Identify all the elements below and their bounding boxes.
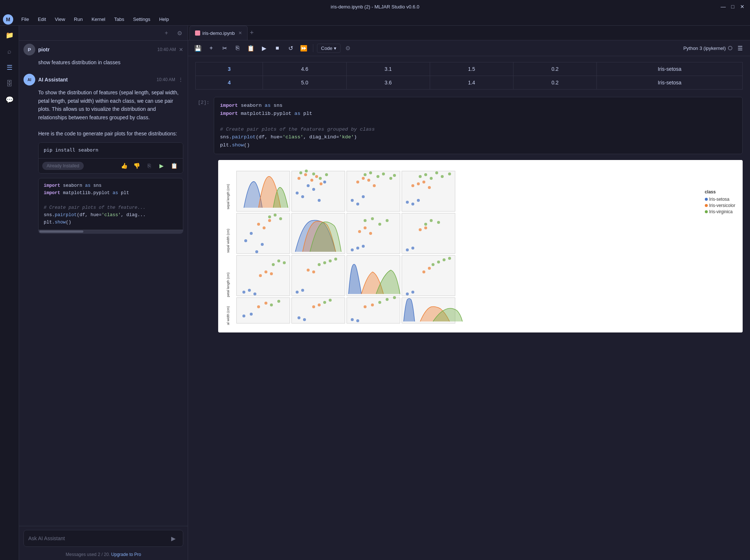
svg-point-92 bbox=[296, 291, 299, 294]
legend-item-versicolor: Iris-versicolor bbox=[705, 203, 735, 208]
svg-point-46 bbox=[430, 177, 433, 180]
menu-run[interactable]: Run bbox=[70, 15, 86, 23]
legend-dot-setosa bbox=[705, 198, 708, 201]
add-cell-button[interactable]: + bbox=[206, 43, 217, 54]
svg-point-113 bbox=[257, 305, 260, 308]
table-cell: 3 bbox=[196, 62, 263, 76]
plot-legend: class Iris-setosa Iris-versicolor Iris-v… bbox=[705, 167, 735, 215]
stop-button[interactable]: ■ bbox=[272, 43, 283, 54]
menu-tabs[interactable]: Tabs bbox=[111, 15, 128, 23]
settings-icon[interactable]: ⚙ bbox=[343, 43, 353, 53]
message-time-user: 10:40 AM bbox=[157, 47, 176, 52]
maximize-button[interactable]: □ bbox=[729, 3, 736, 10]
sidebar-item-search[interactable]: ⌕ bbox=[3, 45, 16, 58]
svg-point-7 bbox=[301, 195, 304, 198]
svg-point-53 bbox=[255, 250, 258, 253]
close-button[interactable]: ✕ bbox=[739, 3, 746, 10]
add-tab-button[interactable]: + bbox=[248, 27, 256, 39]
cut-button[interactable]: ✂ bbox=[219, 43, 230, 54]
svg-point-54 bbox=[261, 243, 264, 246]
chat-input[interactable] bbox=[28, 535, 165, 541]
svg-point-28 bbox=[367, 179, 370, 182]
svg-point-89 bbox=[277, 259, 280, 262]
sidebar-item-list[interactable]: ☰ bbox=[3, 61, 16, 74]
svg-point-96 bbox=[318, 263, 321, 266]
upgrade-link[interactable]: Upgrade to Pro bbox=[111, 552, 141, 557]
svg-point-16 bbox=[320, 182, 322, 185]
close-user-message[interactable]: ✕ bbox=[179, 47, 183, 52]
avatar-ai: AI bbox=[24, 74, 35, 86]
kernel-info: Python 3 (ipykernel) ☰ bbox=[683, 43, 746, 54]
tab-close-button[interactable]: ✕ bbox=[238, 30, 242, 36]
sidebar-item-database[interactable]: 🗄 bbox=[3, 77, 16, 90]
kernel-menu-icon[interactable]: ☰ bbox=[735, 43, 746, 54]
restart-button[interactable]: ↺ bbox=[285, 43, 296, 54]
menu-settings[interactable]: Settings bbox=[129, 15, 154, 23]
chat-send-button[interactable]: ▶ bbox=[168, 533, 179, 543]
svg-point-123 bbox=[329, 299, 332, 302]
cell-content[interactable]: import seaborn as sns import matplotlib.… bbox=[214, 97, 743, 154]
ai-message-content: To show the distribution of features (se… bbox=[24, 88, 183, 233]
svg-point-75 bbox=[411, 247, 414, 250]
svg-point-126 bbox=[356, 319, 359, 322]
kernel-status-icon bbox=[728, 46, 732, 50]
restart-run-button[interactable]: ⏩ bbox=[298, 43, 309, 54]
sidebar-item-chat[interactable]: 💬 bbox=[3, 93, 16, 106]
chat-footer: Messages used 2 / 20. Upgrade to Pro bbox=[19, 550, 188, 560]
menubar: M File Edit View Run Kernel Tabs Setting… bbox=[0, 13, 750, 26]
code-block-large: import seaborn as sns import matplotlib.… bbox=[38, 178, 183, 234]
svg-point-31 bbox=[369, 171, 372, 174]
save-button[interactable]: 💾 bbox=[192, 43, 203, 54]
svg-point-77 bbox=[424, 226, 427, 229]
message-time-ai: 10:40 AM bbox=[156, 77, 175, 82]
clipboard-button[interactable]: 📋 bbox=[169, 161, 179, 171]
ai-message-options[interactable]: ⋮ bbox=[178, 77, 183, 83]
add-chat-button[interactable]: + bbox=[161, 28, 172, 38]
thumbs-up-button[interactable]: 👍 bbox=[119, 161, 129, 171]
copy-button[interactable]: ⎘ bbox=[144, 161, 154, 171]
svg-point-122 bbox=[323, 301, 326, 304]
chat-settings-button[interactable]: ⚙ bbox=[174, 28, 185, 38]
menu-file[interactable]: File bbox=[18, 15, 33, 23]
run-button[interactable]: ▶ bbox=[156, 161, 167, 171]
menu-edit[interactable]: Edit bbox=[34, 15, 50, 23]
svg-point-83 bbox=[248, 289, 251, 292]
svg-point-20 bbox=[319, 177, 322, 180]
table-cell: 5.0 bbox=[263, 76, 346, 90]
svg-point-127 bbox=[364, 305, 367, 308]
already-installed-button[interactable]: Already Installed bbox=[42, 162, 84, 170]
svg-point-59 bbox=[274, 214, 277, 217]
svg-point-99 bbox=[334, 258, 337, 261]
copy-cell-button[interactable]: ⎘ bbox=[232, 43, 243, 54]
run-cell-button[interactable]: ▶ bbox=[259, 43, 270, 54]
thumbs-down-button[interactable]: 👎 bbox=[131, 161, 142, 171]
svg-point-67 bbox=[364, 226, 367, 229]
menu-kernel[interactable]: Kernel bbox=[88, 15, 109, 23]
menu-view[interactable]: View bbox=[51, 15, 69, 23]
svg-point-44 bbox=[419, 175, 422, 178]
minimize-button[interactable]: — bbox=[720, 3, 726, 10]
notebook-content: 3 4.6 3.1 1.5 0.2 Iris-setosa 4 5.0 3.6 … bbox=[188, 56, 750, 560]
svg-point-49 bbox=[448, 172, 451, 175]
svg-point-93 bbox=[301, 289, 304, 292]
svg-rect-36 bbox=[402, 171, 455, 211]
chat-messages: P piotr 10:40 AM ✕ show features distrib… bbox=[19, 41, 188, 526]
svg-point-121 bbox=[318, 303, 321, 306]
svg-point-48 bbox=[441, 175, 444, 178]
svg-point-128 bbox=[371, 303, 374, 306]
code-scrollbar-thumb bbox=[39, 230, 83, 233]
notebook-tab[interactable]: iris-demo.ipynb ✕ bbox=[190, 26, 248, 40]
svg-point-68 bbox=[369, 232, 372, 235]
menu-help[interactable]: Help bbox=[155, 15, 173, 23]
svg-text:petal width (cm): petal width (cm) bbox=[226, 306, 230, 325]
svg-point-88 bbox=[272, 263, 275, 266]
svg-point-34 bbox=[389, 177, 392, 180]
sidebar-item-files[interactable]: 📁 bbox=[3, 29, 16, 42]
pairplot-svg: sepal length (cm) sepal width (cm) petal… bbox=[226, 167, 464, 325]
cell-type-select[interactable]: Code ▾ bbox=[317, 44, 340, 53]
svg-point-57 bbox=[268, 219, 271, 222]
svg-point-41 bbox=[417, 182, 420, 185]
code-scrollbar[interactable] bbox=[39, 230, 183, 233]
svg-point-23 bbox=[351, 199, 354, 202]
paste-button[interactable]: 📋 bbox=[245, 43, 256, 54]
